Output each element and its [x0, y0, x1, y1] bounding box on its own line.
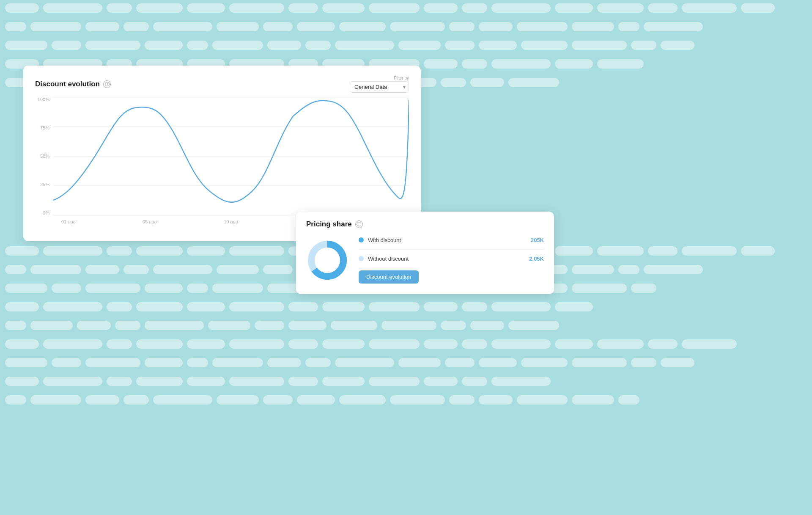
legend-label-without-discount: Without discount [368, 256, 518, 262]
legend-item-without-discount: Without discount 2,05K [359, 256, 544, 262]
donut-chart [306, 239, 348, 281]
y-label-75: 75% [40, 125, 49, 130]
pricing-card-title: Pricing share ⓘ [306, 220, 544, 229]
legend-value-with-discount: 205K [523, 237, 544, 243]
svg-point-2 [315, 248, 340, 273]
x-label-01ago: 01 ago [61, 219, 76, 224]
line-chart-svg [53, 97, 409, 215]
legend-area: With discount 205K Without discount 2,05… [359, 237, 544, 284]
y-label-0: 0% [43, 210, 49, 215]
pricing-info-icon[interactable]: ⓘ [355, 220, 363, 228]
pricing-title-text: Pricing share [306, 220, 352, 229]
discount-evolution-button[interactable]: Discount evolution [359, 270, 419, 284]
discount-info-icon[interactable]: ⓘ [103, 80, 111, 88]
legend-value-without-discount: 2,05K [523, 256, 544, 262]
legend-label-with-discount: With discount [368, 237, 518, 243]
filter-select-wrapper[interactable]: General Data Category Region [350, 81, 409, 93]
y-axis: 100% 75% 50% 25% 0% [35, 97, 53, 215]
donut-svg [306, 239, 348, 281]
filter-area: Filter by General Data Category Region [350, 76, 409, 93]
x-label-05ago: 05 ago [143, 219, 157, 224]
legend-item-with-discount: With discount 205K [359, 237, 544, 243]
legend-dot-with-discount [359, 237, 364, 242]
pricing-content: With discount 205K Without discount 2,05… [306, 234, 544, 286]
btn-row: Discount evolution [359, 269, 544, 284]
y-label-50: 50% [40, 154, 49, 159]
pricing-share-card: Pricing share ⓘ With discount 205K [296, 212, 554, 294]
legend-dot-without-discount [359, 256, 364, 261]
card-header: Discount evolution ⓘ Filter by General D… [35, 76, 409, 93]
x-label-10ago: 10 ago [224, 219, 238, 224]
filter-label: Filter by [394, 76, 409, 80]
legend-divider [359, 249, 544, 250]
filter-select[interactable]: General Data Category Region [350, 81, 409, 93]
chart-inner [53, 97, 409, 215]
line-chart-area: 100% 75% 50% 25% 0% 01 ago 05 ago [35, 97, 409, 228]
discount-card-title: Discount evolution ⓘ [35, 80, 111, 88]
y-label-100: 100% [38, 97, 49, 102]
y-label-25: 25% [40, 182, 49, 187]
discount-title-text: Discount evolution [35, 80, 100, 88]
